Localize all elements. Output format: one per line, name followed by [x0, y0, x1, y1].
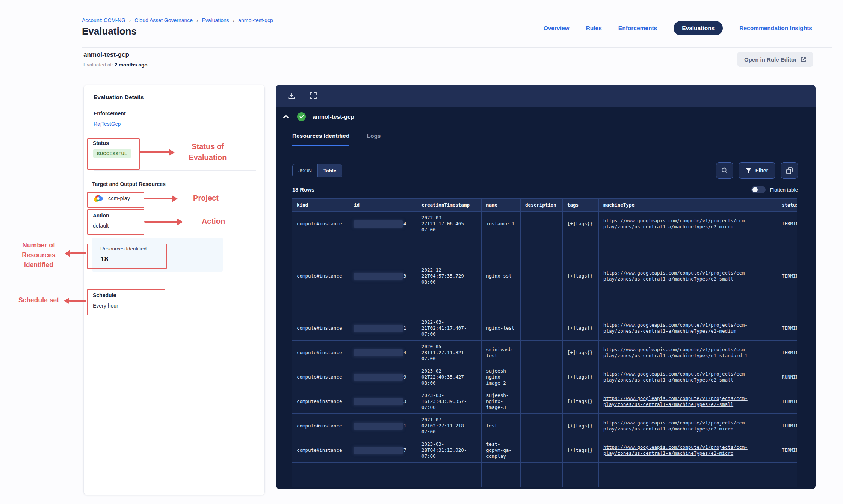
masked-id-suffix: 3 [403, 398, 406, 404]
machine-type-link[interactable]: https://www.googleapis.com/compute/v1/pr… [603, 322, 748, 334]
cell-id: 1 [349, 316, 417, 341]
masked-id-suffix: 4 [403, 221, 406, 226]
enforcement-link[interactable]: RajTestGcp [94, 121, 121, 127]
open-in-rule-editor-label: Open in Rule Editor [744, 56, 797, 63]
breadcrumb-link[interactable]: Evaluations [202, 17, 229, 23]
evaluation-name: anmol-test-gcp [83, 51, 129, 59]
filter-icon [746, 168, 752, 174]
cell-creation-timestamp: 2020-05-28T11:27:11.821-07:00 [417, 341, 482, 365]
action-value: default [93, 223, 109, 229]
column-header-id: id [349, 199, 417, 212]
project-value: ccm-play [108, 195, 130, 201]
cell-tags: [+]tags{} [563, 414, 599, 438]
tags-expander[interactable]: [+]tags{} [567, 423, 593, 429]
resources-table-container[interactable]: kindidcreationTimestampnamedescriptionta… [292, 198, 797, 487]
annotation-schedule: Schedule set [15, 296, 62, 304]
nav-item-rules[interactable]: Rules [586, 25, 602, 32]
machine-type-link[interactable]: https://www.googleapis.com/compute/v1/pr… [603, 347, 748, 358]
cell-description [521, 414, 563, 438]
tab-resources-identified[interactable]: Resources Identified [292, 133, 349, 146]
cell-name: nginx-ssl [482, 236, 521, 316]
breadcrumb-link[interactable]: anmol-test-gcp [238, 17, 273, 23]
flatten-table-label: Flatten table [770, 187, 798, 193]
cell-id: 3 [349, 236, 417, 316]
tags-expander[interactable]: [+]tags{} [567, 273, 593, 279]
panel-evaluation-name: anmol-test-gcp [313, 113, 354, 120]
cell-machine-type: https://www.googleapis.com/compute/v1/pr… [599, 438, 777, 463]
cell-machine-type: https://www.googleapis.com/compute/v1/pr… [599, 414, 777, 438]
filter-label: Filter [755, 167, 768, 174]
table-row: compute#instance12021-07-02T02:27:11.218… [292, 414, 797, 438]
cell-kind: compute#instance [292, 389, 349, 414]
machine-type-link[interactable]: https://www.googleapis.com/compute/v1/pr… [603, 420, 748, 432]
cell-machine-type: https://www.googleapis.com/compute/v1/pr… [599, 341, 777, 365]
nav-item-overview[interactable]: Overview [544, 25, 570, 32]
table-row: compute#instance32022-12-22T04:57:35.729… [292, 236, 797, 316]
cell-id: 9 [349, 365, 417, 389]
filter-button[interactable]: Filter [739, 162, 775, 179]
cell-tags: [+]tags{} [563, 341, 599, 365]
cell-status: TERMINATED [777, 341, 797, 365]
machine-type-link[interactable]: https://www.googleapis.com/compute/v1/pr… [603, 270, 748, 282]
cell-id: 4 [349, 212, 417, 236]
gcp-cloud-icon [93, 194, 104, 202]
collapse-button[interactable] [281, 113, 290, 120]
cell-tags: [+]tags{} [563, 438, 599, 463]
cell-description [521, 389, 563, 414]
cell-kind [292, 463, 349, 488]
tags-expander[interactable]: [+]tags{} [567, 325, 593, 331]
tags-expander[interactable]: [+]tags{} [567, 350, 593, 355]
download-button[interactable] [284, 89, 299, 103]
masked-id-bar [354, 325, 403, 332]
divider [94, 280, 256, 280]
machine-type-link[interactable]: https://www.googleapis.com/compute/v1/pr… [603, 444, 748, 456]
machine-type-link[interactable]: https://www.googleapis.com/compute/v1/pr… [603, 218, 748, 229]
tags-expander[interactable]: [+]tags{} [567, 221, 593, 226]
toggle-knob [752, 187, 758, 192]
tags-expander[interactable]: [+]tags{} [567, 398, 593, 404]
masked-id-bar [354, 374, 403, 381]
breadcrumb-link[interactable]: Cloud Asset Governance [134, 17, 193, 23]
resources-identified-value: 18 [100, 255, 108, 263]
column-header-status: status [777, 199, 797, 212]
tags-expander[interactable]: [+]tags{} [567, 374, 593, 380]
nav-item-recommendation-insights[interactable]: Recommendation Insights [739, 25, 812, 32]
copy-icon [786, 167, 793, 174]
resources-identified-label: Resources Identified [100, 246, 147, 252]
nav-item-enforcements[interactable]: Enforcements [618, 25, 657, 32]
cell-machine-type: https://www.googleapis.com/compute/v1/pr… [599, 463, 777, 488]
cell-creation-timestamp: 2023-03-28T04:31:13.020-07:00 [417, 438, 482, 463]
copy-button[interactable] [781, 162, 798, 179]
cell-status: TERMINATED [777, 414, 797, 438]
tab-logs[interactable]: Logs [367, 133, 381, 146]
machine-type-link[interactable]: https://www.googleapis.com/compute/v1/pr… [603, 371, 748, 383]
masked-id-suffix: 3 [403, 273, 406, 279]
view-mode-json[interactable]: JSON [293, 164, 317, 177]
cell-name: srinivasb-test [482, 341, 521, 365]
cell-status: TERMINATED [777, 316, 797, 341]
schedule-value: Every hour [93, 303, 118, 309]
table-row: compute#instance42020-05-28T11:27:11.821… [292, 341, 797, 365]
view-mode-table[interactable]: Table [317, 164, 342, 177]
cell-kind: compute#instance [292, 316, 349, 341]
annotation-status: Status of Evaluation [172, 141, 243, 163]
column-header-kind: kind [292, 199, 349, 212]
panel-actions: Filter [716, 162, 798, 179]
external-link-icon [801, 57, 806, 62]
search-button[interactable] [716, 162, 733, 179]
tags-expander[interactable]: [+]tags{} [567, 447, 593, 453]
column-header-creationTimestamp: creationTimestamp [417, 199, 482, 212]
masked-id-bar [354, 423, 403, 430]
machine-type-link[interactable]: https://www.googleapis.com/compute/v1/pr… [603, 395, 748, 407]
cell-kind: compute#instance [292, 236, 349, 316]
cell-name [482, 463, 521, 488]
header-divider [82, 47, 832, 48]
open-in-rule-editor-button[interactable]: Open in Rule Editor [737, 52, 813, 67]
table-row: 2022-04-https://www.googleapis.com/compu… [292, 463, 797, 488]
breadcrumb-link[interactable]: Account: CCM-NG [82, 17, 125, 23]
flatten-table-toggle[interactable] [751, 186, 766, 193]
masked-id-bar [354, 273, 403, 280]
fullscreen-button[interactable] [306, 89, 320, 103]
nav-item-evaluations[interactable]: Evaluations [674, 21, 723, 35]
masked-id-bar [354, 349, 403, 356]
